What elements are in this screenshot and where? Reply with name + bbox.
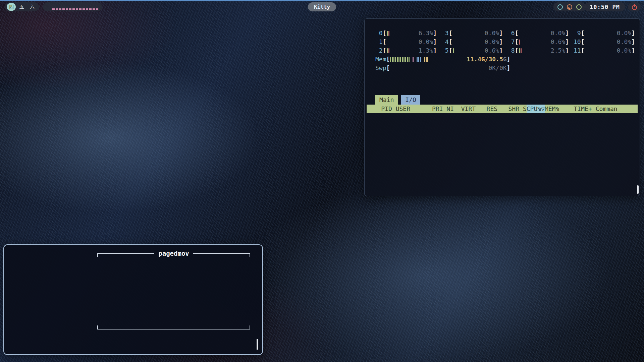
- window-title-pill: Kitty: [308, 2, 336, 11]
- swap-value: 0K/0K: [488, 64, 506, 72]
- cpu-meter: 5[0.6%]: [441, 46, 503, 55]
- cpu-meter-value: 0.0%: [485, 38, 499, 46]
- cpu-meter-label: 5: [441, 46, 449, 55]
- cpu-meter-bars: [519, 48, 551, 53]
- cpu-meter-label: 11: [574, 46, 581, 55]
- cpu-meter: 2[1.3%]: [375, 46, 437, 55]
- memory-value: 11.4G/30.5: [467, 55, 503, 64]
- memory-label: Mem: [375, 55, 386, 64]
- cpu-meter-label: 0: [375, 29, 383, 38]
- cpu-meter-bars: [519, 39, 551, 45]
- desktop: { "topbar": { "workspaces": [ { "label":…: [0, 0, 644, 362]
- col-header-command[interactable]: Comman: [596, 105, 638, 113]
- function-key-bar: [367, 185, 638, 193]
- cpu-meter-bars: [585, 48, 617, 53]
- cpu-meter-bars: [386, 31, 419, 36]
- nixos-logo: [13, 266, 86, 336]
- cpu-meter-bars: [452, 39, 485, 45]
- cpu-meter: 1[0.0%]: [375, 38, 437, 46]
- battery-indicator-icon[interactable]: [576, 4, 582, 10]
- cpu-meter-label: 8: [507, 46, 515, 55]
- swap-row: Swp[ 0K/0K] Load average: 0.92 0.98 1.03: [375, 64, 635, 72]
- process-table-header: PID USER PRI NI VIRT RES SHR S CPU%▽ MEM…: [367, 105, 638, 113]
- cpu-meter-bars: [519, 31, 551, 36]
- cpu-meter-label: 7: [507, 38, 515, 46]
- cpu-meter-value: 0.0%: [617, 29, 631, 38]
- tab-main[interactable]: Main: [375, 95, 398, 105]
- cpu-meter-value: 0.6%: [485, 46, 499, 55]
- swap-label: Swp: [375, 64, 386, 72]
- col-header-user[interactable]: USER: [396, 105, 429, 113]
- cpu-meter-bars: [386, 48, 419, 53]
- cpu-meter: 7[0.6%]: [507, 38, 569, 46]
- uptime: Uptime: 18:27:25: [514, 72, 635, 81]
- cpu-meter-bars: [452, 48, 485, 53]
- scrollbar-thumb[interactable]: [637, 185, 639, 194]
- uptime-row: Uptime: 18:27:25: [375, 72, 635, 81]
- workspace-item[interactable]: 五: [17, 3, 26, 11]
- col-header-virt[interactable]: VIRT: [454, 105, 476, 113]
- col-header-ni[interactable]: NI: [443, 105, 454, 113]
- top-bar: 四五六 Kitty 10:50 PM: [0, 2, 644, 12]
- col-header-shr[interactable]: SHR: [497, 105, 519, 113]
- memory-meter: Mem[ 11.4G/30.5G]: [375, 55, 510, 64]
- col-header-pid[interactable]: PID: [367, 105, 392, 113]
- cpu-meter-bars: [386, 39, 419, 45]
- tasks-summary: Tasks: 127, 1851 thr, 225 kthr; 0: [514, 55, 635, 64]
- col-header-pri[interactable]: PRI: [428, 105, 443, 113]
- music-progress: [52, 8, 98, 10]
- cpu-meter-value: 0.0%: [617, 38, 631, 46]
- cpu-meter: 0[6.3%]: [375, 29, 437, 38]
- load-average: Load average: 0.92 0.98 1.03: [514, 64, 635, 72]
- col-header-time[interactable]: TIME+: [559, 105, 592, 113]
- col-header-cpu[interactable]: CPU%▽: [527, 105, 545, 113]
- cpu-meter-value: 0.0%: [617, 46, 631, 55]
- cpu-meter-value: 0.0%: [419, 38, 433, 46]
- cpu-meter-value: 6.3%: [419, 29, 433, 38]
- memory-row: Mem[ 11.4G/30.5G] Tasks: 127, 1851 thr, …: [375, 55, 635, 64]
- power-icon: [631, 4, 638, 10]
- power-button[interactable]: [628, 2, 641, 11]
- cpu-meter: 4[0.0%]: [441, 38, 503, 46]
- memory-bars: [390, 57, 467, 62]
- cpu-meter-bars: [585, 31, 617, 36]
- cpu-meter-value: 0.0%: [485, 29, 499, 38]
- fetch-info-frame: pagedmov: [97, 253, 250, 329]
- swap-meter: Swp[ 0K/0K]: [375, 64, 510, 72]
- cpu-meter-label: 2: [375, 46, 383, 55]
- col-header-res[interactable]: RES: [476, 105, 497, 113]
- cpu-meter: 10[0.0%]: [574, 38, 635, 46]
- col-header-s[interactable]: S: [523, 105, 527, 113]
- cpu-meter-value: 0.0%: [551, 29, 565, 38]
- window-title: Kitty: [314, 4, 330, 10]
- workspace-switcher: 四五六: [5, 2, 39, 11]
- cpu-meter: 11[0.0%]: [574, 46, 635, 55]
- tab-io[interactable]: I/O: [401, 95, 420, 105]
- workspace-item[interactable]: 四: [7, 3, 16, 11]
- cpu-meter-bars: [452, 31, 485, 36]
- cpu-meter-label: 3: [441, 29, 449, 38]
- cpu-meter-grid: 0[6.3%] 3[0.0%] 6[0.0%] 9[0.0%] 1[0.0%] …: [375, 29, 635, 55]
- col-header-mem[interactable]: MEM%: [545, 105, 559, 113]
- cpu-meter-value: 2.5%: [551, 46, 565, 55]
- cpu-meter: 8[2.5%]: [507, 46, 569, 55]
- clock[interactable]: 10:50 PM: [584, 2, 625, 11]
- cpu-meter-value: 1.3%: [419, 46, 433, 55]
- terminal-cursor: [257, 339, 258, 350]
- music-widget[interactable]: [43, 2, 102, 11]
- cpu-meter-label: 4: [441, 38, 449, 46]
- fastfetch-window: pagedmov: [3, 244, 263, 355]
- cpu-meter: 3[0.0%]: [441, 29, 503, 38]
- color-temp-indicator-icon[interactable]: [566, 4, 573, 10]
- cpu-meter-bars: [585, 39, 617, 45]
- cpu-meter: 9[0.0%]: [574, 29, 635, 38]
- status-indicators[interactable]: [553, 2, 586, 11]
- network-indicator-icon[interactable]: [557, 4, 564, 10]
- htop-window: 0[6.3%] 3[0.0%] 6[0.0%] 9[0.0%] 1[0.0%] …: [364, 18, 640, 196]
- top-accent-line: [0, 0, 644, 1]
- workspace-item[interactable]: 六: [28, 3, 37, 11]
- cpu-meter-label: 6: [507, 29, 515, 38]
- htop-tabs: Main I/O: [375, 95, 638, 105]
- cpu-meter-label: 1: [375, 38, 383, 46]
- cpu-meter-value: 0.6%: [551, 38, 565, 46]
